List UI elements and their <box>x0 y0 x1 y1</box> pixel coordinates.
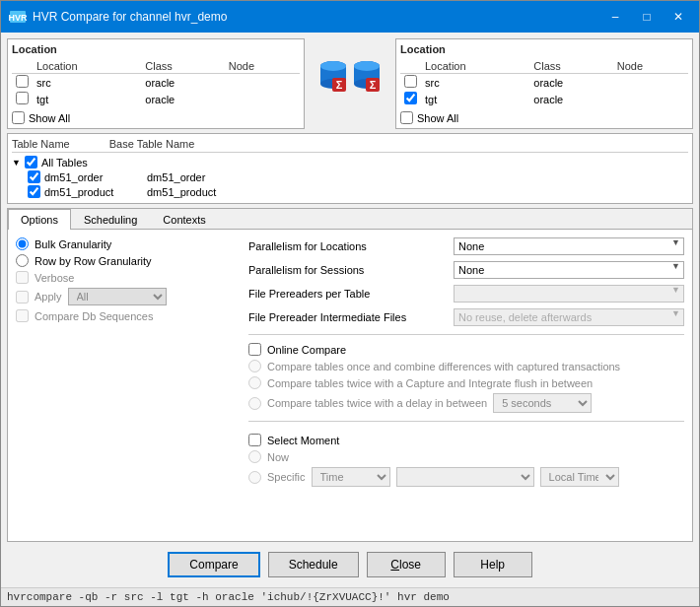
dm51-order-checkbox[interactable] <box>28 170 40 183</box>
parallelism-locations-select[interactable]: None <box>454 237 684 255</box>
right-tgt-check[interactable] <box>400 91 421 107</box>
right-show-all-checkbox[interactable] <box>400 111 413 124</box>
left-src-class: oracle <box>141 74 224 92</box>
left-show-all[interactable]: Show All <box>12 111 300 124</box>
bottom-buttons: Compare Schedule Close Help <box>7 546 693 581</box>
table-tree: ▼ All Tables dm51_order dm51_order dm51_… <box>12 155 688 199</box>
options-right: Parallelism for Locations None ▼ Paralle… <box>248 237 684 533</box>
dm51-order-name: dm51_order <box>44 171 143 183</box>
schedule-button[interactable]: Schedule <box>268 552 359 577</box>
minimize-button[interactable]: – <box>602 7 628 27</box>
select-moment-row: Select Moment <box>248 434 684 446</box>
apply-checkbox[interactable] <box>16 291 29 304</box>
right-location-table: Location Class Node src oracle <box>400 59 688 107</box>
bulk-granularity-radio[interactable] <box>16 237 29 250</box>
svg-text:HVR: HVR <box>9 13 27 23</box>
file-prereader-files-select[interactable]: No reuse, delete afterwards <box>454 308 684 326</box>
left-loc-col-location: Location <box>33 59 141 74</box>
parallelism-locations-label: Parallelism for Locations <box>248 240 446 252</box>
close-window-button[interactable]: ✕ <box>665 7 691 27</box>
right-src-class: oracle <box>529 74 612 92</box>
maximize-button[interactable]: □ <box>634 7 660 27</box>
compare-db-row: Compare Db Sequences <box>16 309 233 322</box>
close-button[interactable]: Close <box>367 552 446 577</box>
compare-delay-row: Compare tables twice with a delay in bet… <box>248 393 684 413</box>
file-prereaders-select[interactable] <box>454 285 684 303</box>
table-name-section: Table Name Base Table Name ▼ All Tables … <box>7 133 693 204</box>
table-section-header: Table Name Base Table Name <box>12 138 688 153</box>
tab-options[interactable]: Options <box>8 209 71 230</box>
right-loc-col-node: Node <box>613 59 688 74</box>
main-window: HVR HVR Compare for channel hvr_demo – □… <box>0 0 700 607</box>
online-compare-label: Online Compare <box>267 344 346 356</box>
select-moment-section: Select Moment Now Specific Time <box>248 434 684 487</box>
options-left: Bulk Granularity Row by Row Granularity … <box>16 237 233 533</box>
all-tables-label: All Tables <box>41 157 88 169</box>
divider2 <box>248 421 684 422</box>
tabs-section: Options Scheduling Contexts Bulk Granula… <box>7 208 693 542</box>
select-moment-checkbox[interactable] <box>248 434 261 446</box>
bulk-granularity-row: Bulk Granularity <box>16 237 233 250</box>
tab-scheduling[interactable]: Scheduling <box>71 209 150 230</box>
titlebar: HVR HVR Compare for channel hvr_demo – □… <box>1 1 699 33</box>
parallelism-sessions-label: Parallelism for Sessions <box>248 264 446 276</box>
file-prereader-files-row: File Prereader Intermediate Files No reu… <box>248 308 684 326</box>
row-granularity-row: Row by Row Granularity <box>16 254 233 267</box>
now-row: Now <box>248 450 684 463</box>
apply-dropdown[interactable]: All <box>68 288 167 305</box>
compare-db-checkbox[interactable] <box>16 309 29 322</box>
left-src-check[interactable] <box>12 74 33 92</box>
local-time-select[interactable]: Local Time <box>540 467 619 487</box>
left-tgt-node <box>225 91 300 107</box>
db-left-icon: Σ <box>318 58 348 94</box>
row-granularity-radio[interactable] <box>16 254 29 267</box>
close-underline: Close <box>390 558 421 572</box>
svg-point-5 <box>320 61 346 71</box>
left-show-all-label: Show All <box>29 112 70 124</box>
right-tgt-location: tgt <box>421 91 529 107</box>
table-row: tgt oracle <box>400 91 688 107</box>
right-show-all[interactable]: Show All <box>400 111 688 124</box>
left-loc-col-class: Class <box>141 59 224 74</box>
apply-label: Apply <box>35 291 62 303</box>
now-label: Now <box>267 451 289 463</box>
right-location-title: Location <box>400 43 688 55</box>
compare-once-radio[interactable] <box>248 360 261 372</box>
right-src-check[interactable] <box>400 74 421 92</box>
db-arrows: Σ Σ <box>318 58 382 94</box>
compare-delay-radio[interactable] <box>248 397 261 410</box>
dm51-product-row: dm51_product dm51_product <box>12 184 688 199</box>
specific-radio[interactable] <box>248 471 261 484</box>
left-loc-col-node: Node <box>225 59 300 74</box>
time-value-select[interactable] <box>396 467 534 487</box>
compare-button[interactable]: Compare <box>168 552 259 577</box>
window-title: HVR Compare for channel hvr_demo <box>33 10 596 24</box>
compare-twice-flush-radio[interactable] <box>248 376 261 389</box>
tab-contexts[interactable]: Contexts <box>150 209 218 230</box>
delay-dropdown[interactable]: 5 seconds <box>493 393 592 413</box>
left-loc-col-check <box>12 59 33 74</box>
db-right-icon: Σ <box>352 58 382 94</box>
verbose-checkbox[interactable] <box>16 271 29 284</box>
file-prereaders-wrapper: ▼ <box>454 285 684 303</box>
left-src-node <box>225 74 300 92</box>
verbose-label: Verbose <box>35 272 74 284</box>
parallelism-sessions-select[interactable]: None <box>454 261 684 279</box>
main-content: Location Location Class Node src <box>1 33 699 587</box>
now-radio[interactable] <box>248 450 261 463</box>
online-compare-checkbox[interactable] <box>248 343 261 356</box>
help-button[interactable]: Help <box>454 552 532 577</box>
all-tables-checkbox[interactable] <box>25 156 37 169</box>
right-loc-col-class: Class <box>529 59 612 74</box>
expand-icon[interactable]: ▼ <box>12 158 21 168</box>
parallelism-sessions-wrapper: None ▼ <box>454 261 684 279</box>
table-row: src oracle <box>12 74 300 92</box>
time-select[interactable]: Time <box>312 467 390 487</box>
dm51-product-checkbox[interactable] <box>28 185 40 198</box>
svg-point-11 <box>354 61 380 71</box>
left-tgt-check[interactable] <box>12 91 33 107</box>
left-show-all-checkbox[interactable] <box>12 111 25 124</box>
file-prereader-files-wrapper: No reuse, delete afterwards ▼ <box>454 308 684 326</box>
arrow-section: Σ Σ <box>311 38 389 94</box>
right-loc-col-location: Location <box>421 59 529 74</box>
